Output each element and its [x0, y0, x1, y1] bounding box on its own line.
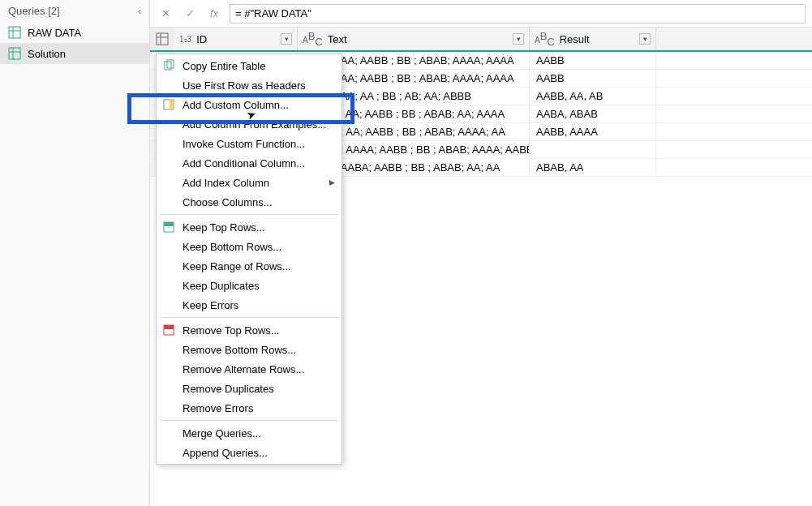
menu-item[interactable]: Remove Duplicates [157, 379, 342, 398]
formula-bar: ✕ ✓ fx [150, 0, 812, 28]
blank-icon [161, 195, 176, 209]
col-icon [161, 97, 176, 112]
menu-item-label: Invoke Custom Function... [183, 138, 305, 150]
menu-separator [160, 317, 338, 318]
table-icon [8, 47, 21, 60]
svg-rect-3 [9, 48, 20, 59]
menu-item-label: Copy Entire Table [183, 60, 265, 72]
cell-result[interactable]: ABAB, AA [530, 159, 656, 176]
sidebar-title: Queries [2] [8, 5, 60, 17]
blank-icon [161, 136, 176, 151]
sidebar-item-label: RAW DATA [28, 27, 81, 39]
select-all-corner[interactable] [150, 28, 174, 50]
menu-item[interactable]: Append Queries... [157, 443, 342, 462]
menu-item-label: Keep Duplicates [183, 280, 260, 292]
sidebar-query-item[interactable]: RAW DATA [0, 22, 149, 43]
rows2-icon [161, 323, 176, 337]
column-filter-dropdown[interactable]: ▾ [281, 33, 292, 45]
menu-item[interactable]: Keep Duplicates [157, 276, 342, 295]
menu-item[interactable]: Choose Columns... [157, 192, 342, 212]
menu-item[interactable]: Keep Bottom Rows... [157, 237, 342, 256]
rows-icon [161, 220, 176, 234]
blank-icon [161, 78, 176, 92]
menu-item-label: Remove Top Rows... [183, 324, 280, 337]
blank-icon [161, 362, 176, 376]
menu-item[interactable]: Invoke Custom Function... [157, 134, 342, 153]
column-filter-dropdown[interactable]: ▾ [513, 33, 524, 45]
fx-icon[interactable]: fx [205, 5, 223, 23]
menu-item-label: Add Index Column [183, 177, 269, 189]
cancel-formula-button[interactable]: ✕ [157, 5, 174, 23]
menu-item[interactable]: Keep Top Rows... [157, 217, 342, 237]
blank-icon [161, 445, 176, 460]
blank-icon [161, 426, 176, 440]
menu-item[interactable]: Add Custom Column... [157, 95, 342, 114]
menu-item-label: Keep Bottom Rows... [183, 241, 281, 253]
menu-item[interactable]: Remove Alternate Rows... [157, 359, 342, 379]
menu-separator [160, 420, 338, 421]
menu-item[interactable]: Remove Bottom Rows... [157, 340, 342, 359]
menu-item[interactable]: Remove Top Rows... [157, 320, 342, 340]
menu-item[interactable]: Add Conditional Column... [157, 153, 342, 173]
number-type-icon: 1₂3 [179, 35, 191, 44]
cell-result[interactable]: AABB, AAAA [530, 123, 656, 140]
table-header: 1₂3 ID ▾ ABC Text ▾ ABC Result ▾ [150, 28, 812, 52]
svg-rect-6 [157, 33, 168, 45]
cell-result[interactable]: AABA, ABAB [530, 105, 656, 122]
copy-icon [161, 58, 176, 73]
accept-formula-button[interactable]: ✓ [181, 5, 199, 23]
menu-item[interactable]: Keep Errors [157, 295, 342, 315]
table-context-menu: Copy Entire TableUse First Row as Header… [156, 54, 342, 465]
menu-item-label: Choose Columns... [183, 196, 273, 208]
blank-icon [161, 156, 176, 170]
formula-input[interactable] [230, 4, 806, 24]
menu-item[interactable]: Remove Errors [157, 398, 342, 418]
menu-item[interactable]: Add Index Column▶ [157, 173, 342, 192]
blank-icon [161, 342, 176, 357]
blank-icon [161, 259, 176, 273]
blank-icon [161, 381, 176, 396]
menu-item[interactable]: Merge Queries... [157, 423, 342, 443]
queries-sidebar: Queries [2] ‹ RAW DATASolution [0, 0, 150, 506]
column-header-text[interactable]: ABC Text ▾ [298, 28, 530, 50]
svg-rect-12 [170, 100, 174, 109]
menu-item-label: Add Conditional Column... [183, 157, 305, 169]
menu-item-label: Merge Queries... [183, 427, 261, 440]
table-icon [156, 32, 169, 45]
sidebar-header: Queries [2] ‹ [0, 0, 149, 22]
menu-item-label: Keep Range of Rows... [183, 260, 291, 272]
column-label: Text [328, 33, 347, 45]
menu-item-label: Remove Duplicates [183, 383, 274, 395]
cell-result[interactable]: AABB, AA, AB [530, 88, 656, 105]
collapse-sidebar-icon[interactable]: ‹ [138, 5, 141, 17]
menu-item-label: Remove Errors [183, 402, 253, 414]
cell-result[interactable]: AABB [530, 52, 656, 69]
text-type-icon: ABC [303, 30, 323, 48]
menu-item[interactable]: Keep Range of Rows... [157, 256, 342, 276]
cell-result[interactable]: AABB [530, 70, 656, 87]
column-header-result[interactable]: ABC Result ▾ [530, 28, 656, 50]
menu-item-label: Remove Bottom Rows... [183, 344, 296, 356]
blank-icon [161, 401, 176, 415]
sidebar-item-label: Solution [28, 48, 66, 60]
menu-item-label: Use First Row as Headers [183, 79, 306, 92]
column-label: Result [560, 33, 590, 45]
table-icon [8, 26, 21, 39]
blank-icon [161, 278, 176, 293]
menu-item[interactable]: Add Column From Examples... [157, 114, 342, 134]
menu-separator [160, 214, 338, 215]
menu-item[interactable]: Use First Row as Headers [157, 75, 342, 95]
column-filter-dropdown[interactable]: ▾ [639, 33, 651, 45]
column-label: ID [196, 33, 207, 45]
cell-result[interactable] [530, 141, 656, 158]
sidebar-query-item[interactable]: Solution [0, 43, 149, 64]
text-type-icon: ABC [535, 30, 555, 48]
blank-icon [161, 175, 176, 190]
menu-item[interactable]: Copy Entire Table [157, 56, 342, 75]
menu-item-label: Keep Top Rows... [183, 221, 265, 234]
svg-rect-0 [9, 27, 20, 38]
submenu-arrow-icon: ▶ [329, 178, 335, 187]
column-header-id[interactable]: 1₂3 ID ▾ [174, 28, 298, 50]
menu-item-label: Append Queries... [183, 447, 268, 459]
blank-icon [161, 239, 176, 254]
